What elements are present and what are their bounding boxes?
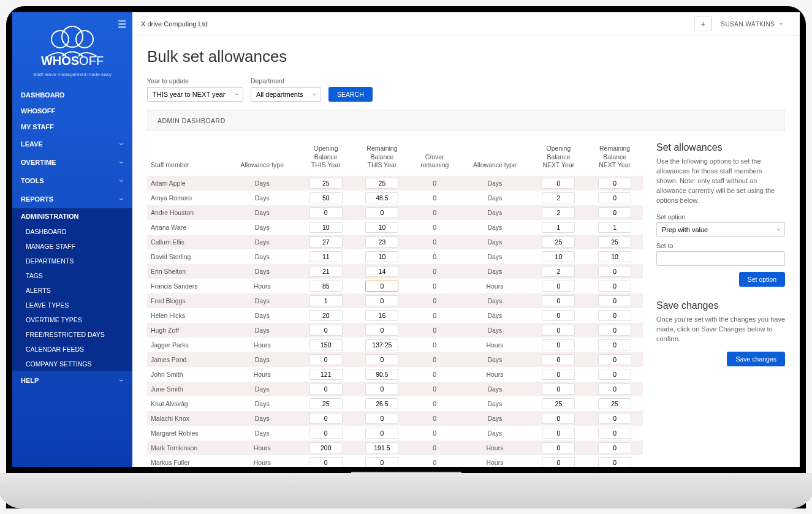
rem-this-input[interactable] — [365, 295, 398, 306]
rem-next-input[interactable] — [598, 442, 631, 453]
open-this-input[interactable] — [309, 413, 343, 424]
nav-mystaff[interactable]: MY STAFF — [12, 119, 132, 135]
rem-next-input[interactable] — [598, 325, 631, 336]
nav-overtime[interactable]: OVERTIME — [12, 153, 132, 172]
nav-leave[interactable]: LEAVE — [12, 135, 132, 153]
subnav-manage-staff[interactable]: MANAGE STAFF — [12, 239, 132, 254]
rem-this-input[interactable] — [365, 413, 398, 424]
rem-this-input[interactable] — [365, 325, 398, 336]
open-this-input[interactable] — [309, 369, 343, 380]
rem-next-input[interactable] — [598, 178, 631, 189]
open-this-input[interactable] — [309, 251, 343, 262]
rem-next-input[interactable] — [598, 207, 631, 218]
rem-next-input[interactable] — [598, 236, 631, 248]
nav-tools[interactable]: TOOLS — [12, 172, 132, 190]
rem-next-input[interactable] — [598, 369, 631, 380]
subnav-alerts[interactable]: ALERTS — [12, 283, 132, 298]
rem-this-input[interactable] — [365, 266, 398, 277]
rem-next-input[interactable] — [598, 354, 631, 365]
rem-next-input[interactable] — [598, 295, 631, 306]
user-menu[interactable]: SUSAN WATKINS — [711, 17, 791, 31]
menu-toggle-icon[interactable]: ☰ — [118, 18, 126, 30]
open-this-input[interactable] — [309, 384, 343, 395]
rem-next-input[interactable] — [598, 192, 631, 203]
open-this-input[interactable] — [309, 428, 343, 439]
open-next-input[interactable] — [542, 222, 575, 233]
rem-next-input[interactable] — [598, 266, 631, 277]
rem-this-input[interactable] — [365, 178, 398, 189]
open-this-input[interactable] — [309, 310, 343, 321]
rem-this-input[interactable] — [365, 369, 398, 380]
subnav-dashboard[interactable]: DASHBOARD — [12, 224, 132, 239]
open-next-input[interactable] — [542, 384, 575, 395]
nav-reports[interactable]: REPORTS — [12, 190, 132, 208]
rem-this-input[interactable] — [365, 398, 398, 409]
open-next-input[interactable] — [542, 236, 575, 248]
nav-whosoff[interactable]: WHOSOFF — [12, 103, 132, 119]
nav-administration[interactable]: ADMINISTRATION — [12, 208, 132, 224]
open-next-input[interactable] — [542, 281, 575, 292]
open-this-input[interactable] — [309, 354, 343, 365]
open-this-input[interactable] — [309, 222, 343, 233]
rem-this-input[interactable] — [365, 428, 398, 439]
subnav-free-restricted[interactable]: FREE/RESTRICTED DAYS — [12, 327, 132, 342]
open-next-input[interactable] — [542, 339, 575, 350]
save-changes-button[interactable]: Save changes — [727, 352, 785, 366]
rem-next-input[interactable] — [598, 222, 631, 233]
rem-next-input[interactable] — [598, 428, 631, 439]
rem-next-input[interactable] — [598, 413, 631, 424]
rem-next-input[interactable] — [598, 398, 631, 409]
open-this-input[interactable] — [309, 457, 343, 467]
rem-this-input[interactable] — [365, 236, 398, 248]
open-next-input[interactable] — [542, 310, 575, 321]
set-option-button[interactable]: Set option — [739, 272, 785, 287]
rem-this-input[interactable] — [365, 442, 398, 453]
open-next-input[interactable] — [542, 178, 575, 189]
rem-next-input[interactable] — [598, 310, 631, 321]
open-this-input[interactable] — [309, 295, 343, 306]
subnav-company-settings[interactable]: COMPANY SETTINGS — [12, 357, 132, 371]
rem-next-input[interactable] — [598, 384, 631, 395]
open-this-input[interactable] — [309, 339, 343, 350]
year-select[interactable]: THIS year to NEXT year — [147, 87, 243, 102]
add-button[interactable]: + — [694, 17, 711, 31]
open-next-input[interactable] — [542, 325, 575, 336]
nav-dashboard[interactable]: DASHBOARD — [12, 87, 132, 103]
open-next-input[interactable] — [542, 295, 575, 306]
open-next-input[interactable] — [542, 398, 575, 409]
open-next-input[interactable] — [542, 369, 575, 380]
rem-this-input[interactable] — [365, 310, 398, 321]
subnav-leave-types[interactable]: LEAVE TYPES — [12, 298, 132, 312]
nav-help[interactable]: HELP — [12, 371, 132, 390]
rem-this-input[interactable] — [365, 457, 398, 467]
open-this-input[interactable] — [309, 178, 343, 189]
rem-this-input[interactable] — [365, 281, 398, 292]
open-next-input[interactable] — [542, 266, 575, 277]
rem-this-input[interactable] — [365, 354, 398, 365]
rem-this-input[interactable] — [365, 339, 398, 350]
open-next-input[interactable] — [542, 192, 575, 203]
breadcrumb[interactable]: ADMIN DASHBOARD — [147, 110, 785, 131]
open-this-input[interactable] — [309, 442, 343, 453]
set-to-input[interactable] — [656, 251, 785, 266]
open-this-input[interactable] — [309, 325, 343, 336]
set-option-select[interactable]: Prep with value — [656, 222, 785, 237]
open-next-input[interactable] — [542, 457, 575, 467]
rem-next-input[interactable] — [598, 457, 631, 467]
open-next-input[interactable] — [542, 354, 575, 365]
rem-next-input[interactable] — [598, 339, 631, 350]
open-next-input[interactable] — [542, 207, 575, 218]
rem-this-input[interactable] — [365, 222, 398, 233]
open-this-input[interactable] — [309, 236, 343, 248]
rem-this-input[interactable] — [365, 207, 398, 218]
rem-this-input[interactable] — [365, 251, 398, 262]
open-next-input[interactable] — [542, 442, 575, 453]
subnav-departments[interactable]: DEPARTMENTS — [12, 254, 132, 268]
rem-this-input[interactable] — [365, 384, 398, 395]
open-next-input[interactable] — [542, 428, 575, 439]
open-next-input[interactable] — [542, 251, 575, 262]
search-button[interactable]: SEARCH — [328, 87, 373, 102]
subnav-overtime-types[interactable]: OVERTIME TYPES — [12, 312, 132, 327]
dept-select[interactable]: All departments — [251, 87, 321, 102]
rem-next-input[interactable] — [598, 281, 631, 292]
